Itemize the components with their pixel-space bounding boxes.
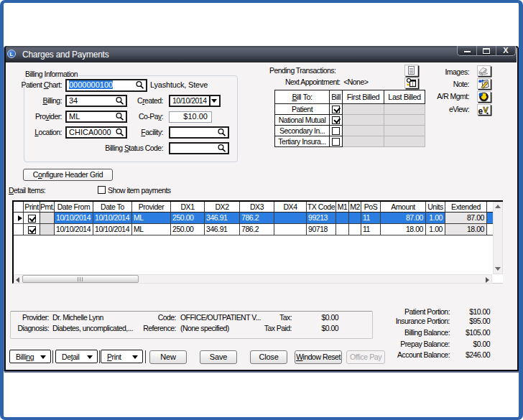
svg-text:V: V [483, 106, 489, 114]
svg-text:e: e [478, 106, 483, 116]
